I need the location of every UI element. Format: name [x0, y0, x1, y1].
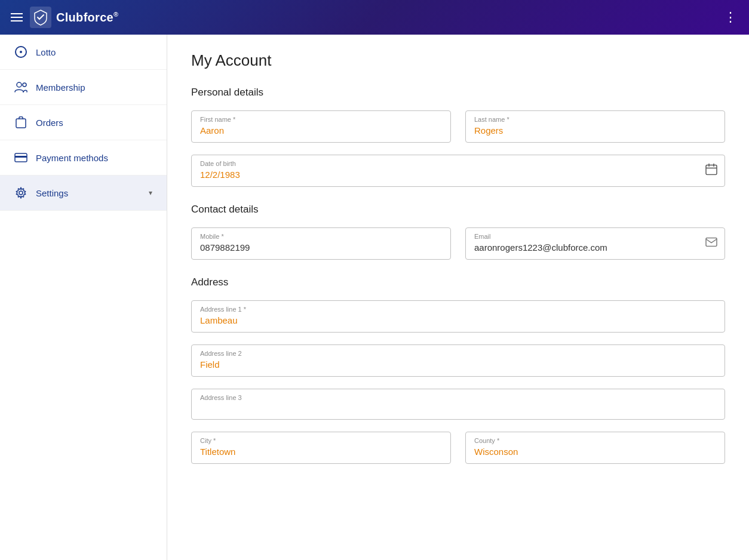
last-name-label: Last name * — [474, 116, 716, 123]
address-line1-label: Address line 1 * — [200, 306, 716, 313]
email-value: aaronrogers1223@clubforce.com — [474, 242, 607, 253]
address-line2-label: Address line 2 — [200, 350, 716, 357]
sidebar-item-settings-label: Settings — [36, 188, 140, 198]
dob-label: Date of birth — [200, 160, 716, 167]
sidebar-item-lotto-label: Lotto — [36, 47, 152, 57]
sidebar-item-membership-label: Membership — [36, 82, 152, 93]
personal-details-section: Personal details First name * Aaron Last… — [191, 87, 725, 187]
svg-point-2 — [23, 83, 26, 87]
membership-icon — [14, 81, 27, 94]
address-line3-label: Address line 3 — [200, 394, 716, 401]
mobile-value: 0879882199 — [200, 242, 250, 253]
first-name-value: Aaron — [200, 125, 224, 136]
sidebar-item-lotto[interactable]: Lotto — [0, 35, 167, 70]
sidebar: Lotto Membership Orders — [0, 35, 167, 560]
personal-details-heading: Personal details — [191, 87, 725, 99]
sidebar-item-membership[interactable]: Membership — [0, 70, 167, 105]
chevron-down-icon: ▾ — [149, 189, 152, 197]
header-left: Clubforce® — [11, 7, 118, 28]
brand-name: Clubforce® — [56, 11, 118, 24]
email-field[interactable]: Email aaronrogers1223@clubforce.com — [465, 227, 725, 260]
svg-rect-7 — [706, 165, 717, 175]
sidebar-item-payment-methods-label: Payment methods — [36, 153, 152, 163]
contact-details-section: Contact details Mobile * 0879882199 Emai… — [191, 204, 725, 260]
email-label: Email — [474, 233, 716, 240]
sidebar-item-orders-label: Orders — [36, 118, 152, 128]
page-title: My Account — [191, 51, 725, 70]
address-line2-field[interactable]: Address line 2 Field — [191, 344, 725, 377]
main-layout: Lotto Membership Orders — [0, 35, 749, 560]
sidebar-item-payment-methods[interactable]: Payment methods — [0, 140, 167, 176]
orders-icon — [14, 116, 27, 129]
svg-rect-5 — [15, 156, 27, 158]
first-name-label: First name * — [200, 116, 442, 123]
main-content: My Account Personal details First name *… — [167, 35, 749, 560]
svg-rect-8 — [706, 238, 717, 247]
sidebar-item-settings[interactable]: Settings ▾ — [0, 176, 167, 211]
dob-value: 12/2/1983 — [200, 170, 240, 180]
app-header: Clubforce® ⋮ — [0, 0, 749, 35]
address-section: Address Address line 1 * Lambeau Address… — [191, 276, 725, 464]
sidebar-item-orders[interactable]: Orders — [0, 105, 167, 140]
svg-point-6 — [19, 191, 23, 195]
mobile-field[interactable]: Mobile * 0879882199 — [191, 227, 451, 260]
hamburger-menu-button[interactable] — [11, 13, 23, 21]
address-line1-field[interactable]: Address line 1 * Lambeau — [191, 300, 725, 333]
city-field[interactable]: City * Titletown — [191, 432, 451, 464]
address-heading: Address — [191, 276, 725, 288]
contact-details-heading: Contact details — [191, 204, 725, 216]
county-value: Wisconson — [474, 447, 518, 457]
more-options-button[interactable]: ⋮ — [724, 10, 738, 25]
contact-row: Mobile * 0879882199 Email aaronrogers122… — [191, 227, 725, 260]
svg-rect-3 — [16, 119, 26, 128]
county-field[interactable]: County * Wisconson — [465, 432, 725, 464]
mobile-label: Mobile * — [200, 233, 442, 240]
email-icon — [705, 238, 717, 250]
settings-icon — [14, 186, 27, 199]
city-label: City * — [200, 437, 442, 444]
calendar-icon — [705, 164, 717, 179]
last-name-field[interactable]: Last name * Rogers — [465, 110, 725, 143]
dob-field[interactable]: Date of birth 12/2/1983 — [191, 155, 725, 187]
lotto-icon — [14, 45, 27, 59]
address-line2-value: Field — [200, 359, 220, 370]
last-name-value: Rogers — [474, 125, 503, 136]
first-name-field[interactable]: First name * Aaron — [191, 110, 451, 143]
city-value: Titletown — [200, 447, 235, 457]
svg-point-1 — [17, 82, 22, 87]
clubforce-logo-icon — [30, 7, 51, 28]
county-label: County * — [474, 437, 716, 444]
name-row: First name * Aaron Last name * Rogers — [191, 110, 725, 143]
payment-methods-icon — [14, 151, 27, 164]
address-line1-value: Lambeau — [200, 315, 238, 325]
address-line3-field[interactable]: Address line 3 — [191, 389, 725, 420]
logo-area: Clubforce® — [30, 7, 118, 28]
city-county-row: City * Titletown County * Wisconson — [191, 432, 725, 464]
